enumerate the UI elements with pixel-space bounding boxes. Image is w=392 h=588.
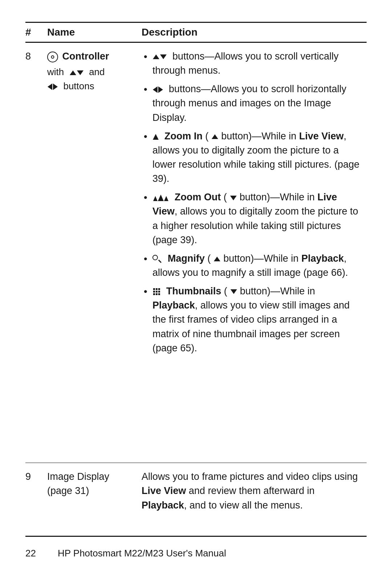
table-row-9: 9 Image Display (page 31) Allows you to … [25, 463, 367, 536]
magnify-icon-wrap [152, 255, 161, 264]
live-view-r9: Live View [142, 485, 186, 496]
arrow-down-icon [77, 70, 83, 75]
row-8-num: 8 [25, 42, 47, 463]
col-header-hash: # [25, 23, 47, 42]
footer-page-num: 22 [25, 548, 36, 559]
left-right-arrows [47, 83, 58, 90]
arrow-up-icon [70, 70, 76, 75]
zoom-out-label: Zoom Out [175, 192, 221, 203]
image-display-page: (page 31) [47, 484, 136, 498]
image-display-label: Image Display [47, 470, 136, 484]
bullet-1: buttons—Allows you to scroll vertically … [142, 49, 361, 78]
thumbnails-label: Thumbnails [166, 286, 221, 297]
col-header-name: Name [47, 23, 142, 42]
left-right-arrows-b2 [152, 86, 163, 93]
three-mountains-icon [153, 195, 168, 201]
arrow-left-b2 [153, 86, 158, 93]
arrow-left-icon [48, 83, 52, 90]
controller-icon [47, 52, 58, 62]
up-down-arrows [69, 70, 84, 75]
arrow-right-icon [53, 83, 58, 90]
mtn-2 [158, 195, 164, 201]
controller-sub2: buttons [47, 79, 136, 93]
arrow-right-b2 [158, 86, 163, 93]
row-9-desc: Allows you to frame pictures and video c… [142, 463, 367, 536]
footer-title: HP Photosmart M22/M23 User's Manual [58, 548, 226, 559]
arrow-up-b1 [153, 54, 159, 59]
playback-r9: Playback [142, 500, 184, 511]
bullet-5: Magnify ( button)—While in Playback, all… [142, 252, 361, 280]
arrow-down-b4 [230, 196, 237, 200]
col-header-desc: Description [142, 23, 367, 42]
thumbnails-icon [153, 288, 160, 295]
page-footer: 22 HP Photosmart M22/M23 User's Manual [25, 537, 367, 559]
bullet-1-text: buttons—Allows you to scroll vertically … [152, 51, 339, 76]
arrow-down-b6 [230, 289, 237, 294]
row-8-name: Controller with and [47, 42, 142, 463]
mountain-single-icon [153, 134, 159, 140]
row-9-num: 9 [25, 463, 47, 536]
bullet-4: Zoom Out ( button)—While in Live View, a… [142, 190, 361, 247]
playback-b5: Playback [301, 253, 344, 264]
live-view-b3: Live View [299, 131, 344, 142]
playback-b6: Playback [152, 300, 195, 311]
table-row-8: 8 Controller with and [25, 42, 367, 463]
row-8-desc: buttons—Allows you to scroll vertically … [142, 42, 367, 463]
main-table: # Name Description 8 Controller with [25, 22, 367, 537]
bullet-2-text: buttons—Allows you to scroll horizontall… [152, 83, 346, 123]
table-header-row: # Name Description [25, 23, 367, 42]
controller-label: Controller [62, 51, 109, 62]
controller-sub: with and [47, 65, 136, 79]
bullet-list-8: buttons—Allows you to scroll vertically … [142, 49, 361, 355]
magnify-label: Magnify [168, 253, 205, 264]
bullet-2: buttons—Allows you to scroll horizontall… [142, 82, 361, 124]
row-9-name: Image Display (page 31) [47, 463, 142, 536]
mtn-3 [164, 196, 168, 201]
zoom-in-label: Zoom In [164, 131, 203, 142]
arrow-up-b5 [214, 257, 220, 261]
bullet-6: Thumbnails ( button)—While in Playback, … [142, 284, 361, 355]
arrow-down-b1 [160, 54, 167, 59]
page-container: # Name Description 8 Controller with [0, 0, 392, 588]
mtn-1 [153, 196, 158, 201]
bullet-3: Zoom In ( button)—While in Live View, al… [142, 129, 361, 186]
up-down-arrows-b1 [152, 54, 167, 59]
arrow-up-b3 [212, 134, 218, 139]
